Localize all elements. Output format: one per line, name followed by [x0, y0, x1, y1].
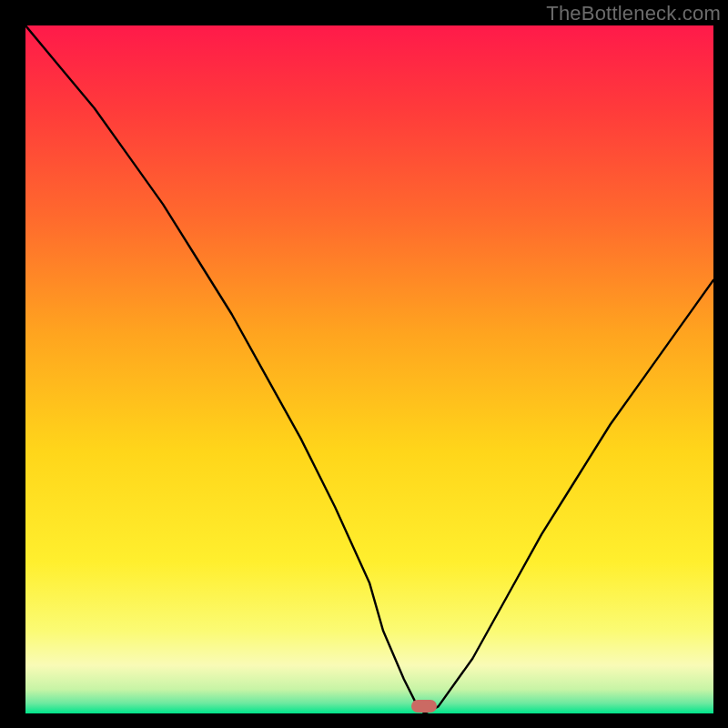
minimum-marker [411, 700, 437, 713]
watermark-text: TheBottleneck.com [546, 2, 721, 25]
bottleneck-curve [25, 25, 713, 713]
chart-frame: TheBottleneck.com [0, 0, 728, 728]
plot-area [25, 25, 713, 713]
